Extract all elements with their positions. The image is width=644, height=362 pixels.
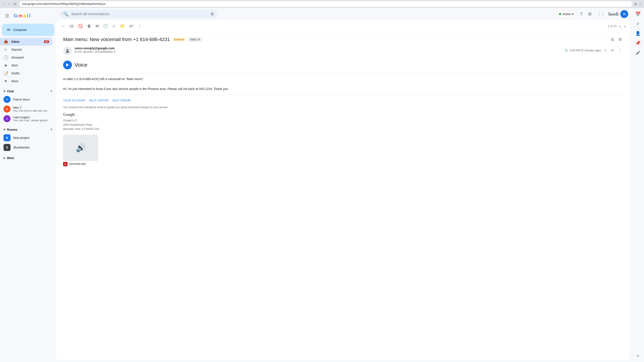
sidebar-item-patrick-wynn[interactable]: P Patrick Wynn [0,95,52,104]
forward-nav-btn[interactable]: › [7,2,10,6]
meet-section-header[interactable]: ▸ Meet [0,152,56,161]
email-actions-right: 🖨 ⧉ [609,36,623,43]
sender-to: to me, bjcohen, achandrababu ▾ [74,50,562,53]
email-meta: 📎 3:59 PM (0 minutes ago) ☆ ↩ ⋮ [564,47,623,54]
active-dot [559,13,561,15]
sidebar-item-more[interactable]: ▾ More [0,77,52,85]
tag-inbox-close-btn[interactable]: ✕ [198,38,200,41]
prev-email-btn[interactable]: ‹ [618,23,622,30]
sidebar-item-sent[interactable]: ➤ Sent [0,62,52,69]
search-input[interactable] [71,12,208,16]
reload-nav-btn[interactable]: ↻ [12,2,18,7]
attachment-area: 🔊 ▶ voicemail.mp3 [63,135,623,166]
more-email-btn[interactable]: ⋮ [616,47,623,54]
expand-recipients-btn[interactable]: ▾ [114,50,115,53]
rooms-section-header[interactable]: ▾ Rooms + [0,124,56,133]
spam-btn[interactable]: 🚫 [76,22,84,30]
sidebar-item-drafts[interactable]: 📝 Drafts [0,69,52,77]
topbar: 🔍 ⚙ Active ▾ ? ⚙ ⋮⋮ hooli H [56,8,632,20]
email-divider-2 [63,95,623,95]
help-center-link[interactable]: HELP CENTER [89,99,109,103]
voice-header: Voice [63,61,623,69]
room-avatar: N [4,134,10,141]
open-new-window-btn[interactable]: ⧉ [618,36,623,43]
right-sidebar-icon-keep[interactable]: 📌 [634,39,642,47]
voice-logo-icon [63,61,72,69]
snooze-btn[interactable]: 🕐 [102,22,110,30]
attachment-preview[interactable]: 🔊 [63,135,98,161]
avatar: A [4,115,10,122]
email-meta-actions: ☆ ↩ ⋮ [602,47,623,54]
profile-avatar[interactable]: H [620,10,628,18]
hamburger-menu-btn[interactable]: ☰ [4,12,11,20]
right-sidebar-icon-voice[interactable]: 🎤 [634,48,642,57]
sidebar-item-skunkworks[interactable]: S Skunkworks [0,143,52,152]
chat-chevron-icon: ▾ [4,89,5,93]
sidebar-item-starred[interactable]: ☆ Starred [0,46,52,54]
email-links: YOUR ACCOUNT HELP CENTER HELP FORUM [63,99,623,103]
hooli-logo: hooli [608,11,618,17]
email-subject: Main menu: New voicemail from +1 614-686… [63,37,170,42]
voice-title: Voice [74,61,88,69]
right-sidebar-icon-contacts[interactable]: 👤 [634,29,642,38]
sidebar-item-snoozed[interactable]: 🕐 Snoozed [0,54,52,62]
your-account-link[interactable]: YOUR ACCOUNT [63,99,86,103]
star-icon: ☆ [4,47,8,52]
draft-icon: 📝 [4,71,8,76]
back-to-inbox-btn[interactable]: ← [60,22,67,30]
email-subject-line: Main menu: New voicemail from +1 614-686… [63,36,623,43]
reply-btn[interactable]: ↩ [610,47,616,54]
archive-btn[interactable]: 🗃 [68,22,76,30]
new-room-btn[interactable]: + [50,127,52,132]
sender-avatar [63,47,72,55]
more-actions-btn[interactable]: ⋮ [136,22,143,30]
sidebar: ☰ Gmail ✏ Compose 📥 Inbox 60 ☆ Starred 🕐… [0,8,56,362]
next-email-btn[interactable]: › [623,23,626,30]
avatar: M [4,106,10,113]
right-sidebar: 📅 ✓ 👤 📌 🎤 + [632,8,644,362]
sender-name: voice-noreply@google.com [74,47,562,50]
search-filter-btn[interactable]: ⚙ [210,12,214,17]
print-btn[interactable]: 🖨 [609,36,616,43]
back-nav-btn[interactable]: ‹ [2,2,6,6]
email-count: 1 of 73 ‹ › [608,23,626,30]
chat-section-header[interactable]: ▾ Chat + [0,85,56,95]
sidebar-item-mike-t[interactable]: M Mike T You: Got time to talk over vid.… [0,104,52,114]
attachment-label: ▶ voicemail.mp3 [63,162,623,166]
settings-btn[interactable]: ⚙ [586,10,594,19]
move-to-btn[interactable]: 📁 [118,22,127,30]
help-forum-link[interactable]: HELP FORUM [112,99,130,103]
sidebar-item-inbox[interactable]: 📥 Inbox 60 [0,38,52,46]
email-toolbar: ← 🗃 🚫 🗑 ✉ 🕐 ✓ 📁 🏷 ⋮ 1 of 73 ‹ › [56,20,630,32]
email-view: ← 🗃 🚫 🗑 ✉ 🕐 ✓ 📁 🏷 ⋮ 1 of 73 ‹ › [56,20,630,360]
apps-btn[interactable]: ⋮⋮ [595,10,607,18]
new-chat-btn[interactable]: + [50,89,52,94]
avatar: P [4,96,10,103]
compose-button[interactable]: ✏ Compose [2,24,54,36]
right-sidebar-icon-calendar[interactable]: 📅 [634,10,642,19]
url-bar[interactable]: mail.google.com/mail/u/0/#inbox/FMfcgzGl… [19,1,632,7]
email-footer-text: You received this mandatory email to upd… [63,105,623,110]
right-sidebar-expand-btn[interactable]: + [634,351,642,360]
delete-btn[interactable]: 🗑 [86,22,93,30]
attachment-icon: 📎 [564,49,568,52]
email-header: voice-noreply@google.com to me, bjcohen,… [63,47,623,55]
star-email-btn[interactable]: ☆ [602,47,609,54]
active-chevron-icon: ▾ [572,12,574,16]
sidebar-item-new-project[interactable]: N New project [0,133,52,143]
tag-external: External [172,38,186,42]
mark-unread-btn[interactable]: ✉ [94,22,100,30]
email-body: Voice A caller (+1 614-686-4231) left a … [63,59,623,168]
done-btn[interactable]: ✓ [111,22,118,30]
sidebar-item-arpit-guglani[interactable]: A Arpit Guglani You: test chat - please … [0,114,52,124]
email-address-block: Google LLC 1600 Amphitheatre Pkwy Mounta… [63,119,623,131]
search-icon: 🔍 [63,12,68,17]
active-status-badge[interactable]: Active ▾ [556,11,576,17]
sent-icon: ➤ [4,63,8,68]
label-btn[interactable]: 🏷 [128,22,135,30]
help-btn[interactable]: ? [578,10,584,19]
topbar-right: Active ▾ ? ⚙ ⋮⋮ hooli H [556,10,628,19]
google-logo: Google [63,112,623,118]
right-sidebar-icon-tasks[interactable]: ✓ [634,19,642,28]
email-body-line1: A caller (+1 614-686-4231) left a voicem… [63,77,623,81]
